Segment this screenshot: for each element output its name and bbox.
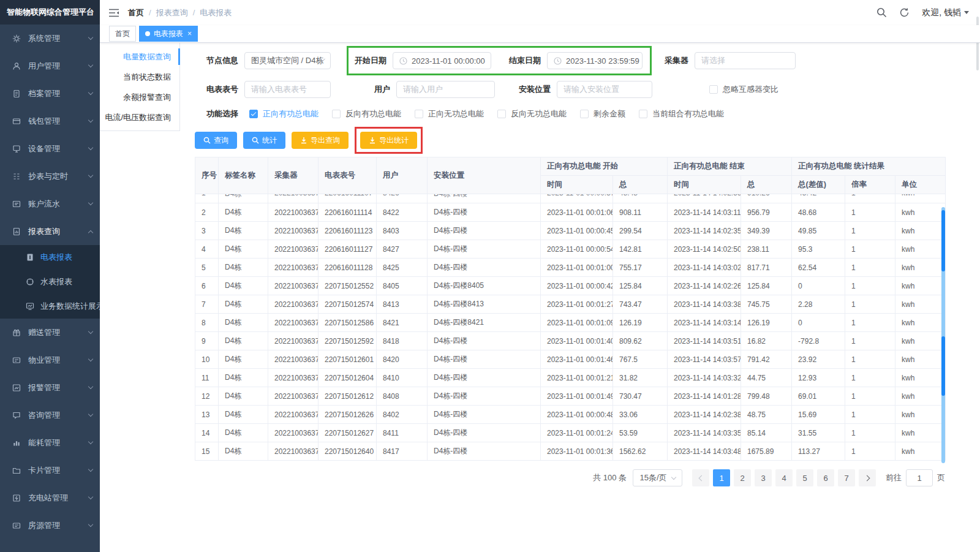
breadcrumb-item[interactable]: 首页: [128, 7, 144, 18]
sidebar-subitem-水表报表[interactable]: 水表报表: [0, 270, 100, 294]
sidebar-item-系统管理[interactable]: 系统管理: [0, 25, 100, 52]
export-query-button[interactable]: 导出查询: [292, 132, 349, 149]
table-cell: 20221003637: [268, 332, 318, 350]
user-icon: [12, 62, 21, 70]
user-menu[interactable]: 欢迎, 钱韬: [922, 7, 969, 18]
table-cell: 220616011123: [318, 222, 377, 240]
sidebar-item-房源管理[interactable]: 房源管理: [0, 512, 100, 539]
prev-page-button[interactable]: [692, 469, 709, 486]
subnav-item-当前状态数据[interactable]: 当前状态数据: [100, 67, 179, 87]
table-cell: D4栋-四楼: [428, 442, 541, 461]
sidebar-item-档案管理[interactable]: 档案管理: [0, 80, 100, 107]
page-size-select[interactable]: 15条/页: [633, 469, 682, 486]
start-date-input[interactable]: 2023-11-01 00:00:00: [393, 52, 491, 69]
sidebar-subitem-电表报表[interactable]: 电表报表: [0, 245, 100, 270]
page-button-2[interactable]: 2: [734, 469, 751, 486]
node-select[interactable]: 图灵城市空间 / D4栋: [244, 52, 331, 69]
table-cell: 9: [195, 332, 219, 350]
sidebar-item-报表查询[interactable]: 报表查询: [0, 217, 100, 245]
page-button-6[interactable]: 6: [817, 469, 834, 486]
page-button-1[interactable]: 1: [713, 469, 730, 486]
breadcrumb-item[interactable]: 报表查询: [156, 7, 188, 18]
function-checkbox-正向有功总电能[interactable]: 正向有功总电能: [249, 108, 318, 119]
sidebar-item-抄表与定时[interactable]: 抄表与定时: [0, 162, 100, 190]
sidebar-item-能耗管理[interactable]: 能耗管理: [0, 429, 100, 456]
sidebar-item-卡片管理[interactable]: 卡片管理: [0, 456, 100, 484]
page-button-5[interactable]: 5: [796, 469, 813, 486]
goto-page-input[interactable]: [906, 469, 933, 486]
page-button-3[interactable]: 3: [755, 469, 772, 486]
meter-no-input[interactable]: 请输入电表表号: [244, 81, 331, 98]
scrollbar-thumb[interactable]: [941, 210, 945, 271]
table-cell: 8421: [377, 314, 428, 332]
sidebar-item-label: 报表查询: [28, 226, 60, 237]
sidebar-item-设备管理[interactable]: 设备管理: [0, 135, 100, 162]
sidebar-subitem-业务数据统计展示[interactable]: 业务数据统计展示: [0, 294, 100, 319]
stats-button[interactable]: 统计: [243, 132, 285, 149]
table-cell: D4栋: [219, 406, 268, 424]
table-cell: 20221003637: [268, 406, 318, 424]
table-cell: 2023-11-01 00:00:48: [541, 406, 613, 424]
sidebar-item-咨询管理[interactable]: 咨询管理: [0, 401, 100, 429]
col-header: 总: [613, 176, 668, 194]
end-date-input[interactable]: 2023-11-30 23:59:59: [547, 52, 643, 69]
sidebar-item-报警管理[interactable]: 报警管理: [0, 374, 100, 401]
table-cell: D4栋: [219, 203, 268, 222]
sidebar-item-账户流水[interactable]: 账户流水: [0, 190, 100, 217]
function-checkbox-正向无功总电能[interactable]: 正向无功总电能: [415, 108, 484, 119]
refresh-icon[interactable]: [899, 7, 910, 18]
table-cell: kwh: [895, 194, 946, 203]
sidebar-item-label: 账户流水: [28, 198, 60, 210]
table-cell: 809.62: [613, 332, 668, 350]
location-input[interactable]: 请输入安装位置: [557, 81, 652, 98]
checkbox-icon: [332, 110, 341, 118]
checkbox-label: 正向有功总电能: [263, 108, 318, 119]
sidebar-item-用户管理[interactable]: 用户管理: [0, 52, 100, 80]
subnav-item-电量数据查询[interactable]: 电量数据查询: [100, 47, 179, 67]
export-stats-highlight-box: 导出统计: [355, 127, 423, 154]
page-button-7[interactable]: 7: [838, 469, 855, 486]
user-input[interactable]: 请输入用户: [396, 81, 495, 98]
function-checkbox-当前组合有功总电能[interactable]: 当前组合有功总电能: [639, 108, 724, 119]
function-checkbox-剩余金额[interactable]: 剩余金额: [580, 108, 625, 119]
table-cell: 220715012627: [318, 424, 377, 442]
scrollbar-thumb[interactable]: [941, 336, 945, 396]
sidebar-item-赠送管理[interactable]: 赠送管理: [0, 319, 100, 346]
tab-电表报表[interactable]: 电表报表×: [139, 26, 198, 42]
tab-bar: 首页电表报表×: [100, 25, 980, 43]
data-table: 序号 标签名称 采集器 电表表号 用户 安装位置 正向有功总电能 开始 正向有功…: [195, 157, 946, 461]
page-number-list: 1234567: [709, 469, 855, 486]
sidebar-item-物业管理[interactable]: 物业管理: [0, 346, 100, 374]
table-cell: 8422: [377, 203, 428, 222]
chevron-icon: [88, 230, 93, 235]
sidebar-item-充电站管理[interactable]: 充电站管理: [0, 484, 100, 512]
table-cell: D4栋: [219, 277, 268, 295]
export-stats-button[interactable]: 导出统计: [360, 132, 417, 149]
close-icon[interactable]: ×: [187, 30, 192, 37]
function-checkbox-反向有功总电能[interactable]: 反向有功总电能: [332, 108, 401, 119]
table-cell: 12: [195, 387, 219, 406]
function-checkbox-反向无功总电能[interactable]: 反向无功总电能: [497, 108, 567, 119]
table-cell: 755.17: [613, 259, 668, 277]
subnav-item-余额报警查询[interactable]: 余额报警查询: [100, 87, 179, 107]
sidebar-item-label: 卡片管理: [28, 465, 60, 476]
search-icon[interactable]: [876, 7, 887, 18]
table-cell: 6: [195, 277, 219, 295]
table-cell: 220616011128: [318, 259, 377, 277]
sidebar-item-label: 房源管理: [28, 520, 60, 531]
query-button[interactable]: 查询: [195, 132, 237, 149]
function-select-label: 功能选择: [206, 108, 238, 119]
subnav-item-电流/电压数据查询[interactable]: 电流/电压数据查询: [100, 107, 179, 127]
ignore-ct-checkbox[interactable]: 忽略互感器变比: [709, 84, 778, 95]
table-cell: 1: [845, 314, 895, 332]
table-scrollbar[interactable]: [941, 207, 945, 463]
next-page-button[interactable]: [859, 469, 876, 486]
table-cell: 12.93: [792, 369, 845, 387]
collector-select[interactable]: 请选择: [695, 52, 796, 69]
tab-首页[interactable]: 首页: [109, 26, 136, 42]
sidebar-item-钱包管理[interactable]: 钱包管理: [0, 107, 100, 135]
page-button-4[interactable]: 4: [775, 469, 793, 486]
hamburger-icon[interactable]: [108, 8, 119, 18]
breadcrumb-item[interactable]: 电表报表: [200, 7, 232, 18]
table-cell: D4栋-四楼: [428, 369, 541, 387]
